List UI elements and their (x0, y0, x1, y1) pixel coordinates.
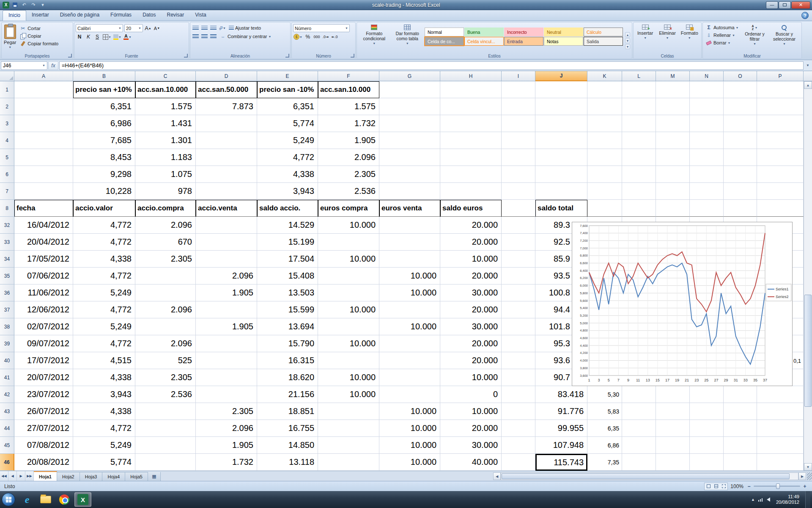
cell-G45[interactable]: 10.000 (379, 437, 440, 454)
cell-G8[interactable]: euros venta (379, 200, 440, 217)
cell-H39[interactable]: 20.000 (440, 335, 502, 352)
cell-D46[interactable]: 1.732 (196, 454, 257, 471)
undo-button[interactable]: ↶ (20, 2, 28, 8)
cell-B45[interactable]: 5,249 (73, 437, 135, 454)
cell-A7[interactable] (14, 183, 73, 200)
cell-J8[interactable]: saldo total (535, 200, 587, 217)
cell-G5[interactable] (379, 149, 440, 166)
cell-D40[interactable] (196, 352, 257, 369)
cell-D4[interactable] (196, 132, 257, 149)
cell-A43[interactable]: 26/07/2012 (14, 403, 73, 420)
redo-button[interactable]: ↷ (30, 2, 37, 8)
scroll-left-button[interactable]: ◀ (493, 472, 501, 480)
row-header-43[interactable]: 43 (0, 403, 14, 420)
copy-button[interactable]: Copiar (18, 33, 60, 39)
row-header-38[interactable]: 38 (0, 318, 14, 335)
cell-I42[interactable] (502, 386, 535, 403)
cell-I33[interactable] (502, 234, 535, 251)
cell-A34[interactable]: 17/05/2012 (14, 251, 73, 268)
cell-O6[interactable] (724, 166, 757, 183)
cell-H3[interactable] (440, 115, 502, 132)
cell-K3[interactable] (587, 115, 622, 132)
cell-H32[interactable]: 20.000 (440, 217, 502, 234)
cell-F42[interactable]: 10.000 (318, 386, 379, 403)
row-header-32[interactable]: 32 (0, 217, 14, 234)
menu-tab-diseño-de-página[interactable]: Diseño de página (55, 10, 105, 21)
cell-A35[interactable]: 07/06/2012 (14, 268, 73, 284)
cell-D38[interactable]: 1.905 (196, 318, 257, 335)
window-minimize-button[interactable]: — (766, 1, 778, 9)
cell-L42[interactable] (622, 386, 656, 403)
cell-B34[interactable]: 4,338 (73, 251, 135, 268)
menu-tab-vista[interactable]: Vista (189, 10, 211, 21)
cell-H37[interactable]: 20.000 (440, 301, 502, 318)
cell-E46[interactable]: 13.118 (257, 454, 318, 471)
cell-F4[interactable]: 1.905 (318, 132, 379, 149)
cell-A3[interactable] (14, 115, 73, 132)
cell-A40[interactable]: 17/07/2012 (14, 352, 73, 369)
clipboard-dialog-launcher[interactable] (68, 54, 72, 58)
cell-L3[interactable] (622, 115, 656, 132)
cell-D45[interactable]: 1.905 (196, 437, 257, 454)
cell-H6[interactable] (440, 166, 502, 183)
column-header-E[interactable]: E (257, 71, 318, 81)
cell-I7[interactable] (502, 183, 535, 200)
cell-J43[interactable]: 91.776 (535, 403, 587, 420)
column-header-K[interactable]: K (587, 71, 622, 81)
row-header-40[interactable]: 40 (0, 352, 14, 369)
cell-D8[interactable]: accio.venta (196, 200, 257, 217)
cell-B44[interactable]: 4,772 (73, 420, 135, 437)
cell-A36[interactable]: 11/06/2012 (14, 284, 73, 301)
cell-H40[interactable]: 20.000 (440, 352, 502, 369)
cell-B36[interactable]: 5,249 (73, 284, 135, 301)
cell-D6[interactable] (196, 166, 257, 183)
insert-worksheet-button[interactable]: ▦ (148, 472, 161, 481)
font-dialog-launcher[interactable] (184, 54, 188, 58)
number-format-combo[interactable]: Número▼ (293, 24, 350, 32)
cell-E33[interactable]: 15.199 (257, 234, 318, 251)
font-family-combo[interactable]: Calibri▼ (76, 24, 123, 32)
cell-F5[interactable]: 2.096 (318, 149, 379, 166)
cell-E2[interactable]: 6,351 (257, 98, 318, 115)
cell-D5[interactable] (196, 149, 257, 166)
cell-D43[interactable]: 2.305 (196, 403, 257, 420)
cell-I1[interactable] (502, 81, 535, 98)
cell-I6[interactable] (502, 166, 535, 183)
cell-N3[interactable] (690, 115, 724, 132)
zoom-in-button[interactable]: + (802, 483, 808, 489)
column-header-D[interactable]: D (196, 71, 257, 81)
decrease-decimal-button[interactable]: ↞.0 (331, 33, 338, 41)
cell-style-item[interactable]: Buena (464, 28, 504, 36)
cell-A42[interactable]: 23/07/2012 (14, 386, 73, 403)
cell-M5[interactable] (656, 149, 690, 166)
accounting-format-button[interactable]: $▼ (293, 33, 303, 41)
formula-bar-expand-button[interactable]: ▼ (804, 61, 811, 70)
vertical-scroll-thumb[interactable] (804, 295, 812, 407)
format-as-table-button[interactable]: Dar formato como tabla ▼ (392, 23, 424, 54)
scroll-up-button[interactable]: ▲ (804, 81, 812, 89)
cell-I44[interactable] (502, 420, 535, 437)
save-button[interactable] (11, 2, 19, 8)
cell-G1[interactable] (379, 81, 440, 98)
cell-I32[interactable] (502, 217, 535, 234)
row-header-45[interactable]: 45 (0, 437, 14, 454)
cell-B7[interactable]: 10,228 (73, 183, 135, 200)
taskbar-ie-button[interactable]: e (19, 492, 36, 507)
cell-A32[interactable]: 16/04/2012 (14, 217, 73, 234)
cell-L44[interactable] (622, 420, 656, 437)
cell-style-item[interactable]: Celda vincul... (464, 37, 504, 46)
cell-F38[interactable] (318, 318, 379, 335)
cut-button[interactable]: ✂Cortar (18, 25, 60, 32)
cell-E42[interactable]: 21.156 (257, 386, 318, 403)
network-icon[interactable] (758, 497, 763, 502)
cell-H5[interactable] (440, 149, 502, 166)
cell-K42[interactable]: 5,30 (587, 386, 622, 403)
cell-G42[interactable] (379, 386, 440, 403)
row-header-33[interactable]: 33 (0, 234, 14, 251)
cell-L8[interactable] (622, 200, 656, 217)
row-header-6[interactable]: 6 (0, 166, 14, 183)
row-header-34[interactable]: 34 (0, 251, 14, 268)
cell-E6[interactable]: 4,338 (257, 166, 318, 183)
cell-N8[interactable] (690, 200, 724, 217)
cell-J5[interactable] (535, 149, 587, 166)
